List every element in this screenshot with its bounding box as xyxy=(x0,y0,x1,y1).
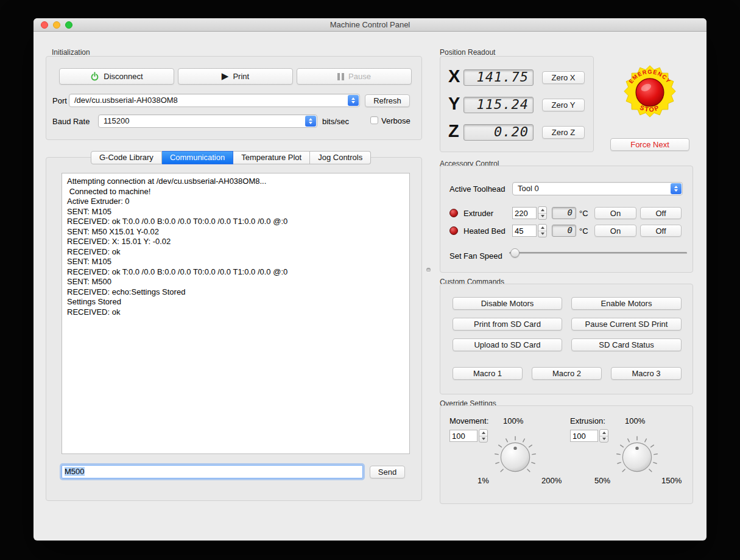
extrusion-label: Extrusion: xyxy=(570,416,605,425)
movement-min-label: 1% xyxy=(477,476,489,485)
zero-z-button[interactable]: Zero Z xyxy=(542,126,585,139)
extruder-setpoint-stepper[interactable] xyxy=(538,206,547,220)
zero-y-button[interactable]: Zero Y xyxy=(542,99,585,111)
command-input-value: M500 xyxy=(65,467,85,476)
emergency-red-button xyxy=(636,79,664,107)
extruder-setpoint-group xyxy=(512,206,547,220)
heated-bed-current-temp-display: 0 xyxy=(552,225,576,237)
toolhead-dropdown[interactable]: Tool 0 xyxy=(512,182,683,195)
verbose-checkbox[interactable] xyxy=(370,116,378,124)
tab-gcode-library[interactable]: G-Code Library xyxy=(91,151,162,164)
macro-1-button[interactable]: Macro 1 xyxy=(453,367,523,380)
pause-icon xyxy=(337,73,344,80)
send-label: Send xyxy=(378,467,396,477)
baud-rate-value: 115200 xyxy=(104,115,129,127)
pause-button[interactable]: Pause xyxy=(297,68,412,85)
movement-current-percent: 100% xyxy=(503,416,523,425)
tab-jog-controls[interactable]: Jog Controls xyxy=(310,151,371,164)
play-icon: ▶ xyxy=(222,72,229,81)
macro-2-button[interactable]: Macro 2 xyxy=(532,367,602,380)
enable-motors-button[interactable]: Enable Motors xyxy=(571,297,682,310)
port-label: Port xyxy=(52,96,67,105)
heated-bed-setpoint-group xyxy=(512,224,547,237)
extrusion-knob[interactable] xyxy=(615,435,659,479)
upload-to-sd-button[interactable]: Upload to SD Card xyxy=(453,338,562,351)
emergency-stop-button[interactable]: EMERGENCY STOP xyxy=(623,65,677,118)
zero-x-label: Zero X xyxy=(551,73,575,82)
movement-value-group xyxy=(449,429,488,443)
macro-2-label: Macro 2 xyxy=(552,369,581,378)
accessory-control-group: Active Toolhead Tool 0 Extruder 0 °C On … xyxy=(440,166,693,273)
extrusion-value-input[interactable] xyxy=(570,430,598,442)
extruder-off-button[interactable]: Off xyxy=(640,207,682,219)
override-settings-group: Movement: 100% 1% 200% Extrusion: 100% xyxy=(440,405,693,504)
disconnect-button[interactable]: Disconnect xyxy=(59,68,174,85)
axis-y-label: Y xyxy=(448,94,460,114)
force-next-button[interactable]: Force Next xyxy=(610,138,689,151)
initialization-group: Disconnect ▶ Print Pause Port /dev/cu.us… xyxy=(46,56,422,140)
print-from-sd-button[interactable]: Print from SD Card xyxy=(453,318,562,331)
extruder-off-label: Off xyxy=(655,209,666,218)
extrusion-value-stepper[interactable] xyxy=(599,429,608,443)
print-from-sd-label: Print from SD Card xyxy=(474,320,541,329)
fan-speed-label: Set Fan Speed xyxy=(449,251,502,261)
pause-label: Pause xyxy=(348,72,371,81)
initialization-group-label: Initialization xyxy=(52,48,90,57)
enable-motors-label: Enable Motors xyxy=(601,299,652,308)
heated-bed-on-label: On xyxy=(610,226,621,236)
pause-sd-print-button[interactable]: Pause Current SD Print xyxy=(571,318,682,331)
window-titlebar[interactable]: Machine Control Panel xyxy=(33,18,707,32)
movement-knob[interactable] xyxy=(493,435,537,479)
dropdown-arrows-icon xyxy=(671,183,682,194)
port-dropdown[interactable]: /dev/cu.usbserial-AH038OM8 xyxy=(69,94,360,107)
refresh-button[interactable]: Refresh xyxy=(365,94,410,107)
baud-rate-dropdown[interactable]: 115200 xyxy=(98,114,317,128)
zero-x-button[interactable]: Zero X xyxy=(542,71,585,84)
disable-motors-button[interactable]: Disable Motors xyxy=(453,297,562,310)
send-button[interactable]: Send xyxy=(370,466,405,478)
heated-bed-setpoint-input[interactable] xyxy=(512,225,537,237)
movement-value-input[interactable] xyxy=(449,430,477,442)
heated-bed-on-button[interactable]: On xyxy=(594,225,636,237)
axis-y-lcd-display: 115.24 xyxy=(463,97,534,113)
upload-to-sd-label: Upload to SD Card xyxy=(474,340,540,349)
heated-bed-off-button[interactable]: Off xyxy=(640,225,682,237)
movement-label: Movement: xyxy=(449,416,488,425)
splitter-handle[interactable] xyxy=(426,268,431,272)
dropdown-arrows-icon xyxy=(348,95,359,106)
position-readout-group-label: Position Readout xyxy=(440,48,495,57)
extrusion-max-label: 150% xyxy=(661,476,682,485)
print-label: Print xyxy=(233,72,249,81)
heated-bed-setpoint-stepper[interactable] xyxy=(538,224,547,237)
position-readout-group: X 141.75 Zero X Y 115.24 Zero Y Z 0.20 Z… xyxy=(440,56,594,152)
fan-speed-slider[interactable] xyxy=(509,248,687,257)
tab-communication[interactable]: Communication xyxy=(162,151,233,164)
desktop-background: Machine Control Panel Initialization Dis… xyxy=(0,0,740,560)
sd-card-status-button[interactable]: SD Card Status xyxy=(571,338,682,351)
extruder-label: Extruder xyxy=(463,209,493,218)
heated-bed-label: Heated Bed xyxy=(463,226,506,236)
active-toolhead-label: Active Toolhead xyxy=(449,184,506,194)
communication-log[interactable]: Attempting connection at /dev/cu.usbseri… xyxy=(62,173,410,454)
force-next-label: Force Next xyxy=(630,140,669,149)
console-panel: G-Code Library Communication Temperature… xyxy=(46,157,422,501)
slider-thumb[interactable] xyxy=(510,248,520,257)
print-button[interactable]: ▶ Print xyxy=(178,68,293,85)
command-input[interactable]: M500 xyxy=(62,465,363,478)
extruder-setpoint-input[interactable] xyxy=(512,207,537,219)
extruder-on-label: On xyxy=(610,209,621,218)
axis-x-lcd-display: 141.75 xyxy=(463,69,534,86)
sd-card-status-label: SD Card Status xyxy=(599,340,654,349)
macro-3-button[interactable]: Macro 3 xyxy=(611,367,682,380)
tab-temperature-plot[interactable]: Temperature Plot xyxy=(233,151,310,164)
extruder-on-button[interactable]: On xyxy=(594,207,636,219)
window-title: Machine Control Panel xyxy=(33,18,707,32)
movement-value-stepper[interactable] xyxy=(479,429,488,443)
heated-bed-off-label: Off xyxy=(655,226,666,236)
baud-rate-label: Baud Rate xyxy=(52,117,90,126)
toolhead-value: Tool 0 xyxy=(518,183,539,195)
macro-1-label: Macro 1 xyxy=(473,369,502,378)
dropdown-arrows-icon xyxy=(305,116,316,127)
disconnect-label: Disconnect xyxy=(104,72,143,81)
movement-max-label: 200% xyxy=(541,476,562,485)
